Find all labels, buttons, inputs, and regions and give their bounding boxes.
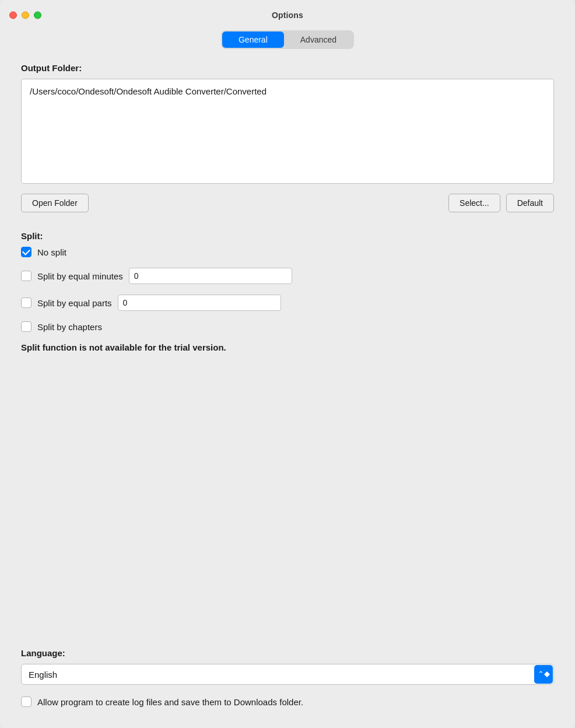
split-chapters-option: Split by chapters <box>21 321 554 332</box>
log-files-checkbox[interactable] <box>21 696 31 707</box>
split-section: Split: No split Split by equal minutes S… <box>21 231 554 352</box>
split-parts-label: Split by equal parts <box>37 298 112 308</box>
maximize-button[interactable] <box>34 12 41 19</box>
window-title: Options <box>272 10 303 20</box>
split-chapters-checkbox[interactable] <box>21 321 31 332</box>
window: Options General Advanced Output Folder: … <box>0 0 575 728</box>
language-select[interactable]: English Chinese French German Japanese K… <box>21 664 554 685</box>
split-label: Split: <box>21 231 554 241</box>
minimize-button[interactable] <box>22 12 29 19</box>
split-minutes-label: Split by equal minutes <box>37 271 123 281</box>
split-minutes-input[interactable] <box>129 268 292 284</box>
no-split-checkbox[interactable] <box>21 247 31 257</box>
select-button[interactable]: Select... <box>448 194 500 212</box>
open-folder-button[interactable]: Open Folder <box>21 194 89 212</box>
tab-bar: General Advanced <box>221 30 354 49</box>
no-split-label: No split <box>37 247 66 257</box>
right-buttons: Select... Default <box>448 194 554 212</box>
tab-general[interactable]: General <box>222 32 284 48</box>
default-button[interactable]: Default <box>506 194 554 212</box>
log-files-option: Allow program to create log files and sa… <box>21 696 554 707</box>
tab-advanced[interactable]: Advanced <box>284 32 353 48</box>
folder-buttons-row: Open Folder Select... Default <box>21 194 554 212</box>
close-button[interactable] <box>9 12 17 19</box>
bottom-section: Language: English Chinese French German … <box>0 648 575 707</box>
split-minutes-option: Split by equal minutes <box>21 268 554 284</box>
traffic-lights <box>9 12 41 19</box>
split-chapters-label: Split by chapters <box>37 322 102 332</box>
language-label: Language: <box>21 648 554 658</box>
split-parts-option: Split by equal parts <box>21 295 554 311</box>
split-minutes-checkbox[interactable] <box>21 271 31 281</box>
output-folder-input[interactable] <box>21 79 554 184</box>
log-files-label: Allow program to create log files and sa… <box>37 697 303 707</box>
split-parts-checkbox[interactable] <box>21 298 31 308</box>
output-folder-label: Output Folder: <box>21 63 554 73</box>
trial-notice: Split function is not available for the … <box>21 342 554 352</box>
language-select-wrapper: English Chinese French German Japanese K… <box>21 664 554 685</box>
split-parts-input[interactable] <box>118 295 281 311</box>
main-content: Output Folder: Open Folder Select... Def… <box>0 63 575 648</box>
title-bar: Options <box>0 0 575 30</box>
no-split-option: No split <box>21 247 554 257</box>
